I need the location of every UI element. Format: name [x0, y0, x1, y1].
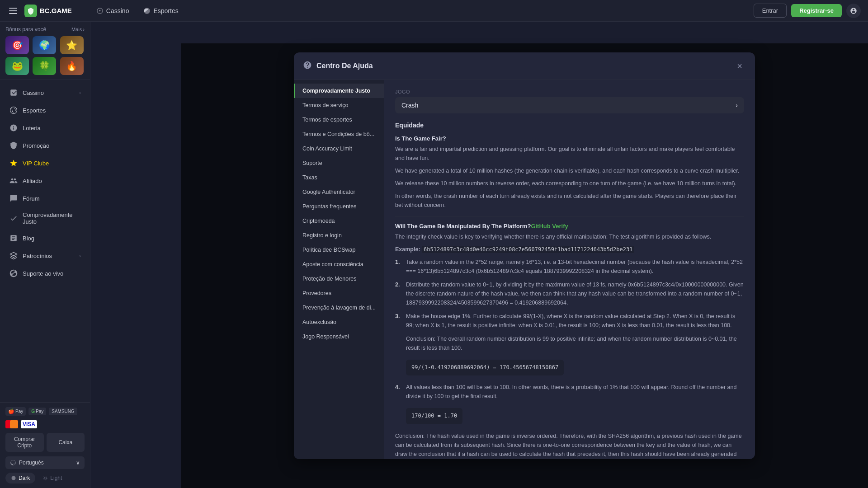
manipulated-heading: Will The Game Be Manipulated By The Plat…	[395, 223, 744, 230]
game-selector[interactable]: Crash ›	[395, 97, 744, 113]
light-mode-toggle[interactable]: Light	[37, 473, 67, 483]
bonus-title: Bônus para você	[5, 26, 46, 33]
sidebar-item-loteria-label: Loteria	[23, 125, 81, 131]
bonus-item-1[interactable]: 🎯	[5, 36, 29, 54]
help-menu-autoexclusao[interactable]: Autoexclusão	[294, 315, 384, 329]
sidebar-item-cassino-label: Cassino	[23, 89, 75, 96]
help-menu-taxas[interactable]: Taxas	[294, 170, 384, 185]
help-menu-perguntas[interactable]: Perguntas frequentes	[294, 199, 384, 214]
action-buttons: Comprar Cripto Caixa	[5, 433, 85, 452]
payment-icons-2: VISA	[5, 420, 85, 428]
step-2: 2. Distribute the random value to 0~1, b…	[395, 280, 744, 307]
sidebar-item-patrocinios[interactable]: Patrocínios ›	[3, 247, 87, 264]
sidebar-item-esportes-label: Esportes	[23, 107, 81, 114]
github-verify-link[interactable]: GitHub Verify	[531, 223, 568, 230]
sidebar-item-afiliado-label: Afiliado	[23, 178, 81, 184]
step-3a: Conclusion: The overall random number di…	[395, 334, 744, 352]
sidebar-item-afiliado[interactable]: Afiliado	[3, 172, 87, 189]
language-selector[interactable]: Português ∨	[5, 456, 85, 469]
equidade-heading: Equidade	[395, 122, 744, 129]
sidebar-item-forum[interactable]: Fórum	[3, 190, 87, 207]
help-menu-criptomoeda[interactable]: Criptomoeda	[294, 214, 384, 228]
suporte-icon	[9, 269, 18, 278]
main-content: Centro De Ajuda × Comprovadamente Justo …	[90, 22, 868, 488]
promocao-icon	[9, 141, 18, 150]
bonus-item-2[interactable]: 🌍	[33, 36, 56, 54]
help-menu-suporte[interactable]: Suporte	[294, 156, 384, 170]
settings-icon[interactable]	[846, 4, 861, 18]
bonus-item-3[interactable]: ⭐	[60, 36, 84, 54]
sidebar-item-esportes[interactable]: Esportes	[3, 102, 87, 119]
loteria-icon	[9, 123, 18, 132]
entrar-button[interactable]: Entrar	[754, 4, 787, 18]
formula-1: 99/(1-0.419206889692064) = 170.456567481…	[406, 360, 564, 375]
help-menu-politica[interactable]: Política dee BCSwap	[294, 243, 384, 257]
payment-icons: 🍎 Pay G Pay SAMSUNG	[5, 407, 85, 416]
step-3b: 99/(1-0.419206889692064) = 170.456567481…	[395, 357, 744, 378]
forum-icon	[9, 194, 18, 203]
modal-close-button[interactable]: ×	[733, 60, 746, 72]
help-menu-comprovadamente[interactable]: Comprovadamente Justo	[294, 84, 384, 98]
mastercard-icon	[5, 420, 18, 428]
sidebar-item-vip[interactable]: VIP Clube	[3, 155, 87, 172]
help-menu-aposte[interactable]: Aposte com consciência	[294, 257, 384, 272]
help-menu-prevencao[interactable]: Prevenção à lavagem de di...	[294, 300, 384, 315]
topnav-center: Cassino Esportes	[90, 5, 185, 17]
modal-header: Centro De Ajuda ×	[294, 52, 755, 80]
help-menu-termos-servico[interactable]: Termos de serviço	[294, 98, 384, 113]
manipulated-heading-text: Will The Game Be Manipulated By The Plat…	[395, 223, 531, 230]
help-menu-google-auth[interactable]: Google Authenticator	[294, 185, 384, 199]
caixa-button[interactable]: Caixa	[47, 433, 85, 452]
step-4: 4. All values less than 100 will be set …	[395, 383, 744, 401]
help-menu-termos-esportes[interactable]: Termos de esportes	[294, 113, 384, 127]
formula-2: 170/100 = 1.70	[406, 408, 462, 424]
logo[interactable]: BC.GAME	[24, 5, 72, 17]
buy-crypto-button[interactable]: Comprar Cripto	[5, 433, 44, 452]
help-header-icon	[303, 61, 312, 72]
dark-mode-toggle[interactable]: Dark	[5, 473, 35, 483]
sidebar-item-cassino[interactable]: Cassino ›	[3, 84, 87, 101]
blog-icon	[9, 234, 18, 243]
help-menu-protecao[interactable]: Proteção de Menores	[294, 272, 384, 286]
sidebar-item-suporte[interactable]: Suporte ao vivo	[3, 265, 87, 282]
patrocinios-arrow-icon: ›	[79, 253, 81, 258]
menu-toggle[interactable]	[7, 6, 19, 16]
nav-cassino[interactable]: Cassino	[90, 5, 136, 17]
jogo-label: Jogo	[395, 89, 744, 94]
bonus-item-5[interactable]: 🍀	[33, 57, 56, 75]
top-nav: BC.GAME Cassino Esportes Entrar Registra…	[0, 0, 868, 22]
help-menu-responsavel[interactable]: Jogo Responsável	[294, 329, 384, 344]
samsung-pay-badge: SAMSUNG	[49, 408, 77, 415]
bonus-mais-button[interactable]: Mais ›	[71, 27, 85, 32]
bonus-header: Bônus para você Mais ›	[5, 26, 85, 33]
para-2: We have generated a total of 10 million …	[395, 166, 744, 175]
help-content: Jogo Crash › Equidade Is The Game Fair? …	[384, 80, 755, 459]
para-3: We release these 10 million numbers in r…	[395, 179, 744, 188]
svg-point-0	[99, 10, 101, 11]
sidebar: Bônus para você Mais › 🎯 🌍 ⭐ 🐸 🍀 🔥	[0, 22, 90, 488]
help-menu-termos-condicoes[interactable]: Termos e Condições de bô...	[294, 127, 384, 141]
bonus-item-4[interactable]: 🐸	[5, 57, 29, 75]
patrocinios-icon	[9, 251, 18, 260]
vip-icon	[9, 159, 18, 168]
visa-icon: VISA	[21, 420, 37, 428]
step-4a: 170/100 = 1.70	[395, 405, 744, 427]
casino-icon	[9, 88, 18, 97]
sidebar-item-vip-label: VIP Clube	[23, 160, 81, 167]
register-button[interactable]: Registrar-se	[791, 4, 842, 17]
example-line: Example: 6b5124897c3c48d0e46cc9249f08c7e…	[395, 245, 744, 254]
nav-esportes[interactable]: Esportes	[137, 5, 184, 17]
bonus-section: Bônus para você Mais › 🎯 🌍 ⭐ 🐸 🍀 🔥	[0, 22, 90, 80]
sidebar-item-promocao[interactable]: Promoção	[3, 137, 87, 154]
bonus-item-6[interactable]: 🔥	[60, 57, 84, 75]
sidebar-item-comprovadamente[interactable]: Comprovadamente Justo	[3, 207, 87, 229]
help-menu-coin-accuracy[interactable]: Coin Accuracy Limit	[294, 141, 384, 156]
help-menu-registro[interactable]: Registro e login	[294, 228, 384, 243]
divider-1	[395, 216, 744, 216]
sidebar-item-forum-label: Fórum	[23, 195, 81, 202]
steps-list: 1. Take a random value in the 2*52 range…	[395, 258, 744, 427]
sidebar-item-loteria[interactable]: Loteria	[3, 119, 87, 136]
step-3: 3. Make the house edge 1%. Further to ca…	[395, 312, 744, 330]
help-menu-provedores[interactable]: Provedores	[294, 286, 384, 300]
sidebar-item-blog[interactable]: Blog	[3, 230, 87, 247]
